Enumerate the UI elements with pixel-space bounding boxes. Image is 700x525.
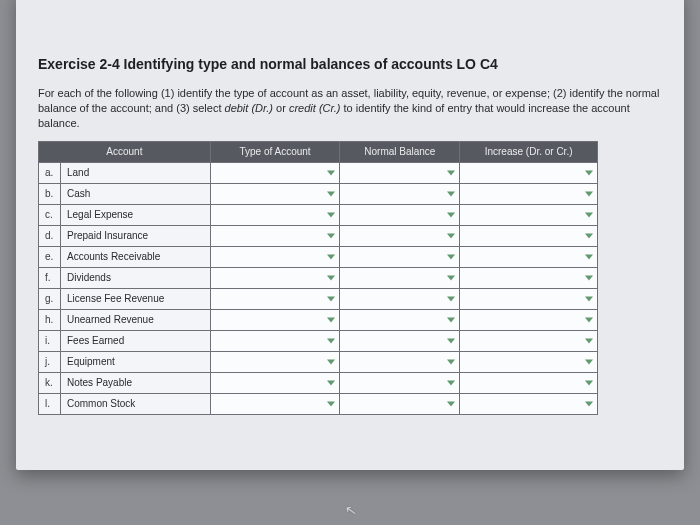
normal-balance-select[interactable]: [340, 372, 460, 393]
increase-select[interactable]: [460, 288, 598, 309]
normal-balance-select[interactable]: [340, 393, 460, 414]
row-letter: h.: [39, 309, 61, 330]
type-of-account-select[interactable]: [210, 393, 340, 414]
row-letter: j.: [39, 351, 61, 372]
row-account: Accounts Receivable: [60, 246, 210, 267]
type-of-account-select[interactable]: [210, 225, 340, 246]
table-row: a.Land: [39, 162, 598, 183]
row-letter: a.: [39, 162, 61, 183]
normal-balance-select[interactable]: [340, 330, 460, 351]
row-account: Unearned Revenue: [60, 309, 210, 330]
type-of-account-select[interactable]: [210, 288, 340, 309]
desc-credit: credit (Cr.): [289, 102, 341, 114]
row-account: Dividends: [60, 267, 210, 288]
row-letter: c.: [39, 204, 61, 225]
header-type: Type of Account: [210, 141, 340, 162]
table-row: b.Cash: [39, 183, 598, 204]
row-account: Equipment: [60, 351, 210, 372]
row-account: Common Stock: [60, 393, 210, 414]
normal-balance-select[interactable]: [340, 225, 460, 246]
increase-select[interactable]: [460, 372, 598, 393]
normal-balance-select[interactable]: [340, 204, 460, 225]
increase-select[interactable]: [460, 330, 598, 351]
increase-select[interactable]: [460, 204, 598, 225]
normal-balance-select[interactable]: [340, 351, 460, 372]
row-account: Notes Payable: [60, 372, 210, 393]
worksheet-page: Exercise 2-4 Identifying type and normal…: [16, 0, 684, 470]
cursor-icon: ↖: [344, 501, 359, 519]
table-header-row: Account Type of Account Normal Balance I…: [39, 141, 598, 162]
increase-select[interactable]: [460, 393, 598, 414]
normal-balance-select[interactable]: [340, 309, 460, 330]
row-letter: l.: [39, 393, 61, 414]
table-row: e.Accounts Receivable: [39, 246, 598, 267]
table-row: j.Equipment: [39, 351, 598, 372]
type-of-account-select[interactable]: [210, 330, 340, 351]
increase-select[interactable]: [460, 183, 598, 204]
type-of-account-select[interactable]: [210, 183, 340, 204]
normal-balance-select[interactable]: [340, 267, 460, 288]
row-letter: b.: [39, 183, 61, 204]
type-of-account-select[interactable]: [210, 309, 340, 330]
normal-balance-select[interactable]: [340, 183, 460, 204]
table-row: g.License Fee Revenue: [39, 288, 598, 309]
exercise-title: Exercise 2-4 Identifying type and normal…: [38, 56, 662, 72]
increase-select[interactable]: [460, 162, 598, 183]
desc-debit: debit (Dr.): [225, 102, 274, 114]
row-account: Land: [60, 162, 210, 183]
increase-select[interactable]: [460, 225, 598, 246]
exercise-description: For each of the following (1) identify t…: [38, 86, 662, 131]
table-row: i.Fees Earned: [39, 330, 598, 351]
row-account: Fees Earned: [60, 330, 210, 351]
type-of-account-select[interactable]: [210, 372, 340, 393]
increase-select[interactable]: [460, 246, 598, 267]
table-row: l.Common Stock: [39, 393, 598, 414]
increase-select[interactable]: [460, 351, 598, 372]
type-of-account-select[interactable]: [210, 246, 340, 267]
desc-mid: or: [273, 102, 289, 114]
row-letter: g.: [39, 288, 61, 309]
row-letter: i.: [39, 330, 61, 351]
row-account: Cash: [60, 183, 210, 204]
row-account: Prepaid Insurance: [60, 225, 210, 246]
accounts-table: Account Type of Account Normal Balance I…: [38, 141, 598, 415]
row-account: Legal Expense: [60, 204, 210, 225]
type-of-account-select[interactable]: [210, 204, 340, 225]
table-row: f.Dividends: [39, 267, 598, 288]
normal-balance-select[interactable]: [340, 162, 460, 183]
increase-select[interactable]: [460, 267, 598, 288]
increase-select[interactable]: [460, 309, 598, 330]
header-increase: Increase (Dr. or Cr.): [460, 141, 598, 162]
type-of-account-select[interactable]: [210, 351, 340, 372]
row-letter: f.: [39, 267, 61, 288]
normal-balance-select[interactable]: [340, 246, 460, 267]
table-row: d.Prepaid Insurance: [39, 225, 598, 246]
normal-balance-select[interactable]: [340, 288, 460, 309]
table-body: a.Landb.Cashc.Legal Expensed.Prepaid Ins…: [39, 162, 598, 414]
table-row: k.Notes Payable: [39, 372, 598, 393]
table-row: h.Unearned Revenue: [39, 309, 598, 330]
header-account: Account: [39, 141, 211, 162]
header-normal: Normal Balance: [340, 141, 460, 162]
table-row: c.Legal Expense: [39, 204, 598, 225]
row-letter: d.: [39, 225, 61, 246]
type-of-account-select[interactable]: [210, 162, 340, 183]
row-letter: e.: [39, 246, 61, 267]
row-account: License Fee Revenue: [60, 288, 210, 309]
type-of-account-select[interactable]: [210, 267, 340, 288]
row-letter: k.: [39, 372, 61, 393]
